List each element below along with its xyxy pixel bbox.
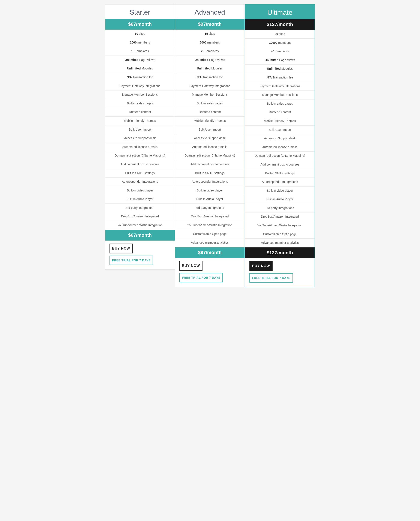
free-trial-button-ultimate[interactable]: FREE TRIAL FOR 7 DAYS [249, 273, 293, 283]
feature-item: Built-in video player [245, 186, 315, 195]
feature-item: 2000 members [105, 38, 175, 47]
feature-item: Manage Member Sessions [245, 91, 315, 100]
feature-item: 10 sites [105, 30, 175, 38]
buy-now-button-starter[interactable]: BUY NOW [110, 244, 133, 253]
feature-item: Automated license e-mails [105, 143, 175, 152]
feature-item: Built-in SMTP settings [105, 169, 175, 178]
plan-ultimate: Ultimate$127/month30 sites10000 members4… [245, 4, 315, 287]
feature-item: Built-in sales pages [245, 100, 315, 108]
feature-item: Dripfeed content [175, 108, 245, 117]
features-list-starter: 10 sites2000 members15 TemplatesUnlimite… [105, 30, 175, 230]
pricing-table: Starter$67/month10 sites2000 members15 T… [105, 4, 315, 287]
feature-item: N/A Transaction fee [175, 73, 245, 82]
feature-item: 10000 members [245, 38, 315, 47]
feature-item: Dripfeed content [245, 108, 315, 117]
plan-price-header-advanced: $97/month [175, 19, 245, 30]
feature-item: Access to Support desk [105, 134, 175, 143]
feature-item: Unlimited Modules [245, 65, 315, 73]
feature-item: Manage Member Sessions [105, 91, 175, 99]
feature-item: Autoresponder Integrations [175, 177, 245, 186]
feature-item: DropBox/Amazon Integrated [245, 213, 315, 221]
free-trial-button-starter[interactable]: FREE TRIAL FOR 7 DAYS [110, 256, 153, 265]
feature-item: Manage Member Sessions [175, 91, 245, 99]
feature-item: 30 sites [245, 30, 315, 38]
feature-item: Unlimited Page Views [245, 56, 315, 65]
feature-item: YouTube/Vimeo/Wistia Integration [105, 221, 175, 230]
feature-item: Built-in SMTP settings [245, 169, 315, 178]
feature-item: Payment Gateway integrations [105, 82, 175, 91]
feature-item: Customizable Optin page [245, 230, 315, 239]
feature-item: 15 Templates [105, 47, 175, 56]
feature-item: Add comment box to courses [245, 160, 315, 169]
buy-now-button-ultimate[interactable]: BUY NOW [249, 261, 273, 271]
plan-price-header-ultimate: $127/month [245, 19, 315, 30]
feature-item: Unlimited Modules [105, 64, 175, 73]
feature-item: Dripfeed content [105, 108, 175, 117]
feature-item: Mobile Friendly Themes [245, 117, 315, 126]
feature-item: Domain redirection (CName Mapping) [105, 151, 175, 160]
plan-price-footer-starter: $67/month [105, 230, 175, 241]
features-list-advanced: 15 sites5000 members25 TemplatesUnlimite… [175, 30, 245, 247]
feature-item: YouTube/Vimeo/Wistia Integration [245, 221, 315, 230]
feature-item: Advanced member analytics [175, 238, 245, 247]
feature-item: Built-in SMTP settings [175, 169, 245, 178]
feature-item: 5000 members [175, 38, 245, 47]
feature-item: Access to Support desk [175, 134, 245, 143]
feature-item: 3rd party Integrations [245, 204, 315, 213]
feature-item: Add comment box to courses [105, 160, 175, 169]
plan-title-ultimate: Ultimate [245, 5, 315, 19]
feature-item: Unlimited Page Views [175, 56, 245, 65]
feature-item: Bulk User Import [175, 125, 245, 134]
feature-item: Built-in video player [175, 186, 245, 195]
feature-item: Domain redirection (CName Mapping) [245, 152, 315, 160]
plan-price-header-starter: $67/month [105, 19, 175, 30]
feature-item: Unlimited Modules [175, 64, 245, 73]
feature-item: Built-in Audio Player [175, 195, 245, 204]
feature-item: DropBox/Amazon Integrated [105, 212, 175, 221]
feature-item: Customizable Optin page [175, 230, 245, 239]
feature-item: 3rd party Integrations [175, 204, 245, 213]
feature-item: 3rd party Integrations [105, 204, 175, 213]
feature-item: DropBox/Amazon Integrated [175, 212, 245, 221]
feature-item: Autoresponder Integrations [105, 177, 175, 186]
plan-advanced: Advanced$97/month15 sites5000 members25 … [175, 4, 245, 287]
feature-item: Built-in Audio Player [105, 195, 175, 204]
feature-item: 40 Templates [245, 47, 315, 56]
feature-item: Built-in sales pages [105, 99, 175, 108]
feature-item: Mobile Friendly Themes [105, 117, 175, 125]
feature-item: Advanced member analytics [245, 239, 315, 247]
feature-item: Automated license e-mails [175, 143, 245, 152]
plan-title-starter: Starter [105, 5, 175, 19]
plan-title-advanced: Advanced [175, 5, 245, 19]
feature-item: Built-in Audio Player [245, 195, 315, 204]
plan-price-footer-advanced: $97/month [175, 247, 245, 258]
feature-item: N/A Transaction fee [105, 73, 175, 82]
features-list-ultimate: 30 sites10000 members40 TemplatesUnlimit… [245, 30, 315, 247]
feature-item: Domain redirection (CName Mapping) [175, 151, 245, 160]
feature-item: Add comment box to courses [175, 160, 245, 169]
buy-now-button-advanced[interactable]: BUY NOW [179, 261, 202, 271]
plan-price-footer-ultimate: $127/month [245, 247, 315, 258]
feature-item: Payment Gateway integrations [245, 82, 315, 91]
feature-item: Autoresponder Integrations [245, 178, 315, 186]
feature-item: Bulk User Import [105, 125, 175, 134]
feature-item: Payment Gateway integrations [175, 82, 245, 91]
feature-item: Access to Support desk [245, 134, 315, 143]
feature-item: 25 Templates [175, 47, 245, 56]
feature-item: YouTube/Vimeo/Wistia Integration [175, 221, 245, 230]
free-trial-button-advanced[interactable]: FREE TRIAL FOR 7 DAYS [179, 273, 223, 282]
feature-item: 15 sites [175, 30, 245, 38]
feature-item: N/A Transaction fee [245, 73, 315, 82]
feature-item: Unlimited Page Views [105, 56, 175, 65]
feature-item: Bulk User Import [245, 126, 315, 134]
feature-item: Mobile Friendly Themes [175, 117, 245, 125]
plan-starter: Starter$67/month10 sites2000 members15 T… [105, 4, 175, 269]
feature-item: Automated license e-mails [245, 143, 315, 152]
feature-item: Built-in sales pages [175, 99, 245, 108]
feature-item: Built-in video player [105, 186, 175, 195]
